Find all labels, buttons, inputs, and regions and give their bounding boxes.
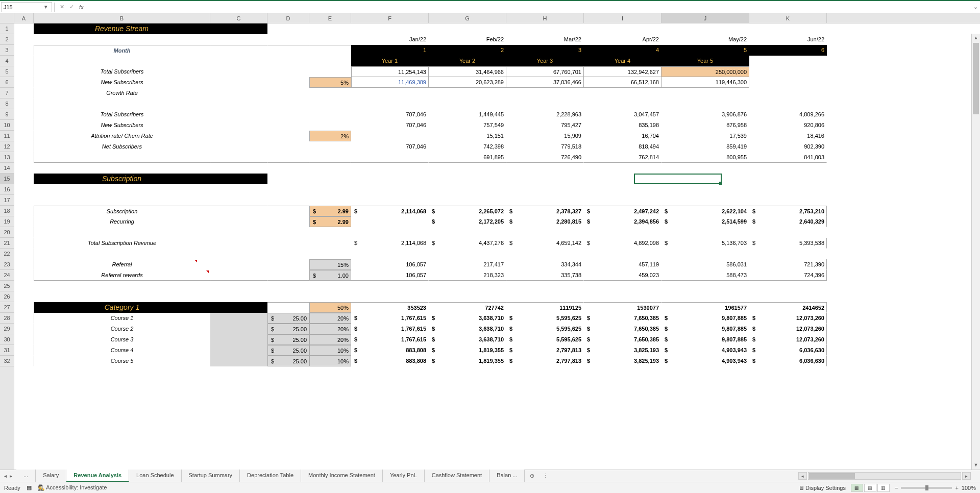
col-header-I[interactable]: I — [584, 13, 662, 23]
cell[interactable]: $12,073,260 — [749, 313, 827, 324]
cell[interactable]: $4,903,943 — [662, 356, 749, 366]
enter-icon[interactable]: ✓ — [69, 4, 74, 10]
cell[interactable]: 15,909 — [506, 131, 584, 141]
cell[interactable]: 18,416 — [749, 131, 827, 141]
sheet-tab[interactable]: Startup Summary — [182, 470, 240, 482]
cell[interactable]: $2,622,104 — [662, 206, 749, 216]
horizontal-scrollbar[interactable]: ◂ ▸ — [798, 472, 980, 480]
cell[interactable]: $12,073,260 — [749, 324, 827, 334]
cell[interactable]: 724,396 — [749, 270, 827, 281]
row-header[interactable]: 8 — [0, 98, 14, 109]
row-header[interactable]: 9 — [0, 109, 14, 120]
row-header[interactable]: 31 — [0, 345, 14, 356]
cell[interactable]: $3,638,710 — [429, 334, 506, 345]
row-header[interactable]: 4 — [0, 56, 14, 66]
course4-pct[interactable]: 10% — [309, 345, 351, 356]
col-header-E[interactable]: E — [309, 13, 351, 23]
row-header[interactable]: 11 — [0, 131, 14, 141]
cell[interactable]: 841,003 — [749, 152, 827, 163]
cell[interactable]: 1119125 — [506, 302, 584, 313]
sheet-tab[interactable]: Cashflow Statement — [425, 470, 489, 482]
cell[interactable]: 459,023 — [584, 270, 662, 281]
name-box-dropdown-icon[interactable]: ▾ — [42, 4, 50, 10]
col-header-A[interactable]: A — [14, 13, 34, 23]
course-price[interactable]: $25.00 — [267, 356, 309, 366]
row-header[interactable]: 10 — [0, 120, 14, 131]
scroll-left-icon[interactable]: ◂ — [798, 472, 807, 480]
cell[interactable]: $3,825,193 — [584, 356, 662, 366]
row-header[interactable]: 21 — [0, 238, 14, 249]
cell[interactable]: $3,638,710 — [429, 313, 506, 324]
cell[interactable]: $1,767,615 — [351, 313, 429, 324]
cell[interactable]: $1,819,355 — [429, 356, 506, 366]
display-settings-button[interactable]: 🖥 Display Settings — [798, 485, 846, 491]
cell[interactable]: $4,892,098 — [584, 238, 662, 249]
zoom-in-button[interactable]: + — [955, 485, 958, 491]
row-header[interactable]: 17 — [0, 195, 14, 206]
cell[interactable]: $2,394,856 — [584, 216, 662, 227]
sheet-tab[interactable]: Balan ... — [489, 470, 525, 482]
cell[interactable]: 250,000,000 — [662, 66, 749, 77]
col-header-F[interactable]: F — [351, 13, 429, 23]
row-header[interactable]: 6 — [0, 77, 14, 88]
cell[interactable]: $7,650,385 — [584, 324, 662, 334]
cell[interactable]: 4,809,266 — [749, 109, 827, 120]
sheet-tab[interactable]: Depreciation Table — [240, 470, 301, 482]
cell[interactable]: $9,807,885 — [662, 334, 749, 345]
macro-icon[interactable]: ▦ — [27, 484, 32, 491]
cell[interactable]: $6,036,630 — [749, 345, 827, 356]
cell[interactable]: 779,518 — [506, 141, 584, 152]
cell[interactable]: 902,390 — [749, 141, 827, 152]
cell[interactable]: 1,449,445 — [429, 109, 506, 120]
col-header-K[interactable]: K — [749, 13, 827, 23]
row-header[interactable]: 15 — [0, 174, 14, 184]
add-sheet-icon[interactable]: ⊕ — [525, 470, 540, 482]
formula-input[interactable] — [87, 2, 971, 12]
page-layout-view-button[interactable]: ▤ — [864, 484, 876, 492]
cell[interactable]: 67,760,701 — [506, 66, 584, 77]
cell[interactable]: 11,254,143 — [351, 66, 429, 77]
cell[interactable]: 15,151 — [429, 131, 506, 141]
zoom-slider[interactable] — [901, 487, 952, 489]
cell[interactable]: $2,378,327 — [506, 206, 584, 216]
row-header[interactable]: 25 — [0, 281, 14, 291]
cell[interactable]: 16,704 — [584, 131, 662, 141]
row-header[interactable]: 28 — [0, 313, 14, 324]
row-header[interactable]: 16 — [0, 184, 14, 195]
cell[interactable]: 742,398 — [429, 141, 506, 152]
col-header-J[interactable]: J — [662, 13, 749, 23]
cell[interactable]: 726,490 — [506, 152, 584, 163]
cell[interactable]: $1,767,615 — [351, 324, 429, 334]
cell[interactable]: 20,623,289 — [429, 77, 506, 88]
col-header-H[interactable]: H — [506, 13, 584, 23]
cell[interactable]: 119,446,300 — [662, 77, 749, 88]
row-header[interactable]: 29 — [0, 324, 14, 334]
cell[interactable]: 37,036,466 — [506, 77, 584, 88]
cell[interactable]: 3,906,876 — [662, 109, 749, 120]
cell[interactable]: 2414652 — [749, 302, 827, 313]
fx-icon[interactable]: fx — [79, 4, 84, 10]
cell[interactable]: 334,344 — [506, 259, 584, 270]
scroll-down-icon[interactable]: ▼ — [972, 461, 980, 470]
col-header-B[interactable]: B — [34, 13, 210, 23]
cell[interactable]: 818,494 — [584, 141, 662, 152]
cat1-pct[interactable]: 50% — [309, 302, 351, 313]
rec-price[interactable]: $2.99 — [309, 216, 351, 227]
cell[interactable]: 1530077 — [584, 302, 662, 313]
row-header[interactable]: 23 — [0, 259, 14, 270]
cell[interactable]: 217,417 — [429, 259, 506, 270]
row-header[interactable]: 14 — [0, 163, 14, 174]
comment-indicator-icon[interactable] — [206, 270, 209, 273]
cell[interactable]: 335,738 — [506, 270, 584, 281]
cell[interactable]: $1,767,615 — [351, 334, 429, 345]
cell[interactable]: $7,650,385 — [584, 334, 662, 345]
scroll-thumb[interactable] — [973, 43, 979, 114]
cell[interactable]: 353523 — [351, 302, 429, 313]
cell[interactable]: 859,419 — [662, 141, 749, 152]
churn-pct[interactable]: 2% — [309, 131, 351, 141]
cell[interactable]: $2,114,068 — [351, 206, 429, 216]
course2-pct[interactable]: 20% — [309, 324, 351, 334]
sheet-tab[interactable]: Yearly PnL — [383, 470, 425, 482]
row-header[interactable]: 2 — [0, 34, 14, 45]
tab-nav-first-icon[interactable]: ◂ — [4, 473, 7, 479]
